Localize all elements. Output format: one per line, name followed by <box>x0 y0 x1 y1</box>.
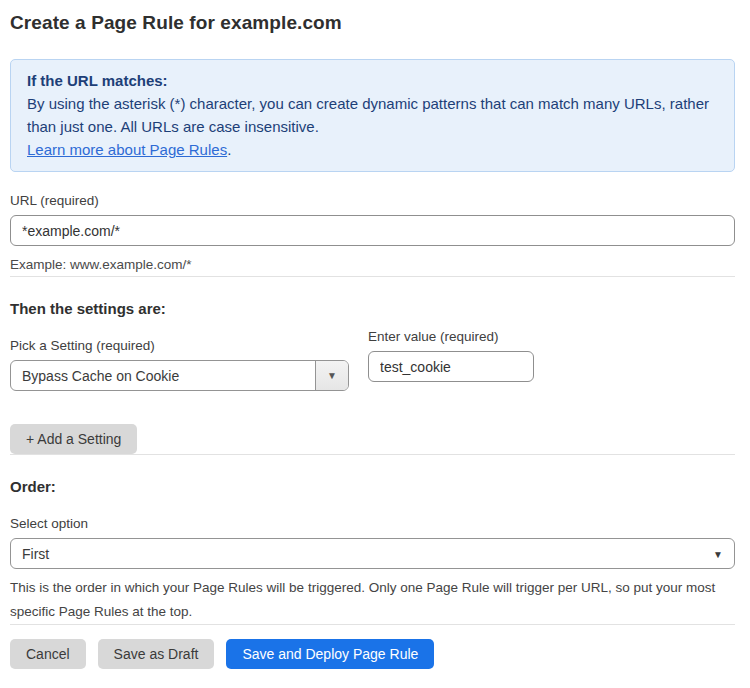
create-page-rule-form: Create a Page Rule for example.com If th… <box>0 0 750 669</box>
info-box-heading: If the URL matches: <box>27 69 718 92</box>
order-select[interactable]: First ▼ <box>10 538 735 569</box>
setting-value-label: Enter value (required) <box>368 329 534 344</box>
add-setting-button[interactable]: + Add a Setting <box>10 424 137 454</box>
order-section-heading: Order: <box>10 478 735 495</box>
url-input[interactable] <box>10 215 735 246</box>
setting-picker-column: Pick a Setting (required) Bypass Cache o… <box>10 317 349 391</box>
chevron-down-icon: ▼ <box>713 548 723 559</box>
setting-select[interactable]: Bypass Cache on Cookie ▼ <box>10 360 349 391</box>
order-helper-text: This is the order in which your Page Rul… <box>10 576 730 624</box>
order-select-label: Select option <box>10 516 735 531</box>
divider <box>10 454 735 455</box>
divider <box>10 624 735 625</box>
order-select-value: First <box>22 546 49 562</box>
chevron-down-icon: ▼ <box>327 370 337 381</box>
setting-select-value: Bypass Cache on Cookie <box>11 361 315 390</box>
setting-value-column: Enter value (required) <box>368 329 534 382</box>
url-example-helper: Example: www.example.com/* <box>10 254 735 276</box>
setting-select-button[interactable]: ▼ <box>315 361 348 390</box>
page-title: Create a Page Rule for example.com <box>10 12 735 34</box>
save-and-deploy-button[interactable]: Save and Deploy Page Rule <box>226 639 434 669</box>
info-box-body: By using the asterisk (*) character, you… <box>27 92 718 138</box>
setting-row: Pick a Setting (required) Bypass Cache o… <box>10 317 735 391</box>
cancel-button[interactable]: Cancel <box>10 639 86 669</box>
learn-more-link[interactable]: Learn more about Page Rules <box>27 141 227 158</box>
url-field-label: URL (required) <box>10 193 735 208</box>
settings-section-heading: Then the settings are: <box>10 300 735 317</box>
info-box-link-line: Learn more about Page Rules. <box>27 138 718 161</box>
url-matches-info-box: If the URL matches: By using the asteris… <box>10 59 735 172</box>
divider <box>10 276 735 277</box>
save-as-draft-button[interactable]: Save as Draft <box>98 639 215 669</box>
footer-actions: Cancel Save as Draft Save and Deploy Pag… <box>10 639 735 669</box>
setting-value-input[interactable] <box>368 351 534 382</box>
link-period: . <box>227 141 231 158</box>
setting-picker-label: Pick a Setting (required) <box>10 338 349 353</box>
